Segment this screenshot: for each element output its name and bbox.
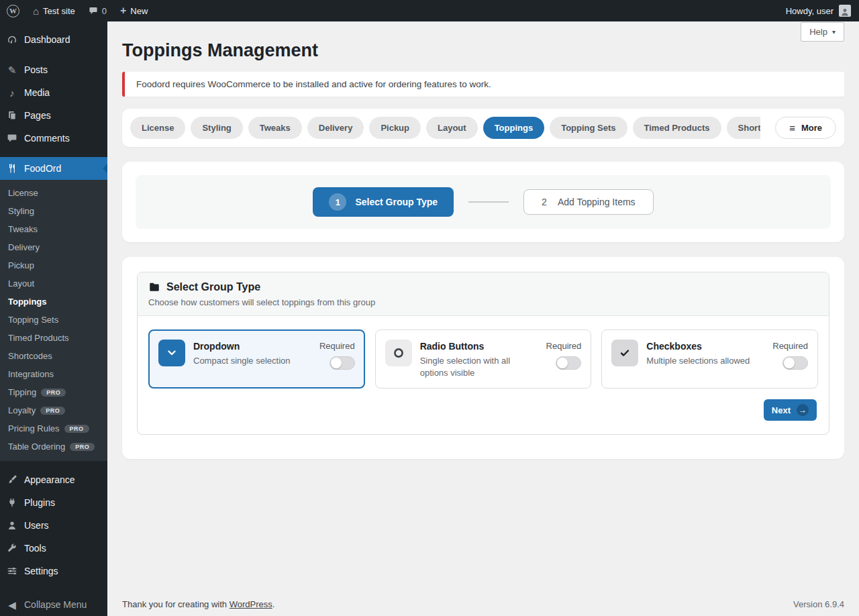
menu-separator [0, 152, 107, 155]
sidebar-item-users[interactable]: Users [0, 514, 107, 537]
tab-tweaks[interactable]: Tweaks [248, 117, 302, 139]
step-select-group-type[interactable]: 1 Select Group Type [313, 187, 454, 217]
submenu-item-pickup[interactable]: Pickup [0, 256, 107, 274]
comment-bubble-icon [89, 6, 98, 15]
sidebar-item-plugins[interactable]: Plugins [0, 491, 107, 514]
option-description: Compact single selection [193, 355, 311, 367]
site-name-label: Test site [43, 6, 75, 16]
required-label: Required [772, 341, 808, 351]
required-label: Required [319, 341, 355, 351]
submenu-item-tipping[interactable]: TippingPRO [0, 383, 107, 401]
submenu-item-integrations[interactable]: Integrations [0, 365, 107, 383]
submenu-item-timed-products[interactable]: Timed Products [0, 329, 107, 347]
settings-icon [5, 566, 19, 576]
option-title: Radio Buttons [420, 341, 538, 352]
step-label: Select Group Type [355, 197, 438, 207]
submenu-item-toppings[interactable]: Toppings [0, 293, 107, 311]
admin-bar: W ⌂ Test site 0 + New Howdy, user [0, 0, 859, 21]
collapse-menu-label: Collapse Menu [24, 599, 87, 610]
submenu-item-loyalty[interactable]: LoyaltyPRO [0, 401, 107, 419]
tab-styling[interactable]: Styling [191, 117, 242, 139]
sidebar-item-pages[interactable]: Pages [0, 104, 107, 127]
option-radio-buttons[interactable]: Radio Buttons Single selection with all … [375, 329, 592, 389]
tab-pickup[interactable]: Pickup [369, 117, 421, 139]
required-toggle[interactable] [330, 356, 355, 370]
sidebar-item-foodord[interactable]: FoodOrd [0, 157, 107, 180]
users-icon [5, 520, 19, 531]
submenu-item-styling[interactable]: Styling [0, 202, 107, 220]
required-label: Required [546, 341, 582, 351]
sidebar-item-label: FoodOrd [24, 163, 61, 174]
page-title: Toppings Management [122, 31, 844, 72]
wordpress-menu-button[interactable]: W [0, 0, 26, 21]
settings-tab-bar: License Styling Tweaks Delivery Pickup L… [122, 109, 844, 147]
sidebar-item-appearance[interactable]: Appearance [0, 468, 107, 491]
step-add-topping-items[interactable]: 2 Add Topping Items [523, 189, 654, 215]
checkmark-icon [611, 340, 638, 366]
menu-separator [0, 463, 107, 466]
sidebar-item-label: Posts [24, 64, 48, 75]
tab-layout[interactable]: Layout [426, 117, 478, 139]
account-menu[interactable]: Howdy, user [778, 0, 859, 21]
sidebar-item-media[interactable]: ♪ Media [0, 81, 107, 104]
comment-count: 0 [102, 6, 107, 16]
more-tabs-button[interactable]: ≡ More [775, 117, 836, 139]
submenu-item-pricing-rules[interactable]: Pricing RulesPRO [0, 419, 107, 438]
appearance-icon [5, 474, 19, 485]
posts-icon: ✎ [5, 65, 19, 75]
required-toggle[interactable] [556, 356, 581, 370]
collapse-arrow-icon: ◀ [5, 600, 19, 610]
sidebar-item-label: Comments [24, 133, 70, 144]
tab-delivery[interactable]: Delivery [307, 117, 364, 139]
option-checkboxes[interactable]: Checkboxes Multiple selections allowed R… [601, 329, 818, 389]
submenu-item-shortcodes[interactable]: Shortcodes [0, 347, 107, 365]
option-dropdown[interactable]: Dropdown Compact single selection Requir… [148, 329, 365, 389]
required-toggle[interactable] [782, 356, 808, 370]
sidebar-item-label: Plugins [24, 497, 55, 508]
next-label: Next [772, 405, 791, 415]
option-description: Multiple selections allowed [646, 355, 764, 367]
comments-admin-bar-link[interactable]: 0 [82, 0, 113, 21]
step-number-badge: 1 [329, 193, 346, 211]
section-title: Select Group Type [166, 281, 260, 293]
sidebar-item-dashboard[interactable]: Dashboard [0, 28, 107, 51]
tab-timed-products[interactable]: Timed Products [633, 117, 721, 139]
sidebar-item-label: Settings [24, 566, 58, 576]
wizard-steps-card: 1 Select Group Type 2 Add Topping Items [122, 162, 844, 242]
submenu-item-license[interactable]: License [0, 184, 107, 202]
foodord-submenu: License Styling Tweaks Delivery Pickup L… [0, 180, 107, 461]
comments-icon [5, 133, 19, 144]
dropdown-chevron-icon [158, 340, 185, 366]
pro-badge: PRO [41, 389, 66, 397]
foodord-icon [5, 163, 19, 174]
sidebar-item-posts[interactable]: ✎ Posts [0, 58, 107, 81]
admin-sidebar: Dashboard ✎ Posts ♪ Media Pages Comments… [0, 21, 107, 616]
wordpress-link[interactable]: WordPress [230, 599, 272, 609]
tab-license[interactable]: License [130, 117, 185, 139]
submenu-item-delivery[interactable]: Delivery [0, 238, 107, 256]
step-label: Add Topping Items [558, 197, 636, 207]
site-name-link[interactable]: ⌂ Test site [26, 0, 82, 21]
collapse-menu[interactable]: ◀ Collapse Menu [0, 593, 107, 616]
submenu-item-table-ordering[interactable]: Table OrderingPRO [0, 438, 107, 456]
sidebar-item-tools[interactable]: Tools [0, 537, 107, 560]
group-type-options: Dropdown Compact single selection Requir… [148, 329, 818, 389]
tab-topping-sets[interactable]: Topping Sets [550, 117, 627, 139]
tab-toppings[interactable]: Toppings [483, 117, 545, 139]
home-icon: ⌂ [33, 6, 39, 16]
next-button[interactable]: Next → [764, 399, 817, 421]
submenu-item-tweaks[interactable]: Tweaks [0, 220, 107, 238]
sidebar-item-label: Media [24, 87, 50, 98]
sidebar-item-label: Users [24, 520, 49, 531]
folder-icon [148, 281, 160, 293]
howdy-label: Howdy, user [786, 6, 833, 16]
submenu-item-layout[interactable]: Layout [0, 274, 107, 293]
sidebar-item-settings[interactable]: Settings [0, 560, 107, 582]
pages-icon [5, 110, 19, 121]
sidebar-item-label: Pages [24, 110, 51, 121]
version-label: Version 6.9.4 [793, 599, 844, 609]
sidebar-item-comments[interactable]: Comments [0, 127, 107, 150]
new-content-button[interactable]: + New [113, 0, 154, 21]
submenu-item-topping-sets[interactable]: Topping Sets [0, 311, 107, 329]
pro-badge: PRO [70, 443, 95, 451]
